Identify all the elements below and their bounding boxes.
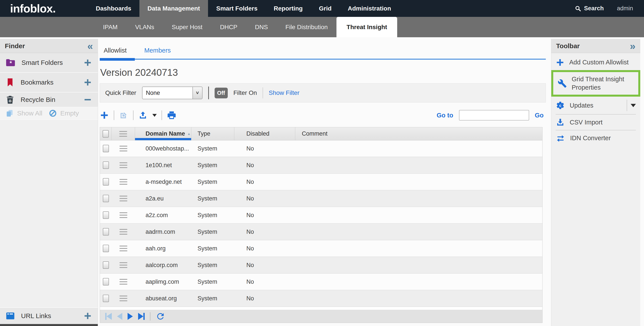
print-button[interactable] <box>167 110 176 120</box>
toolbar-item-updates[interactable]: c Updates <box>551 97 640 114</box>
table-row[interactable]: aah.orgSystemNo <box>100 240 542 257</box>
row-checkbox[interactable] <box>103 195 109 202</box>
table-row[interactable]: a2a.euSystemNo <box>100 190 542 207</box>
domain-name-cell[interactable]: a2z.com <box>135 207 191 223</box>
row-menu-icon[interactable] <box>120 279 127 285</box>
subnav-file-distribution[interactable]: File Distribution <box>277 17 336 37</box>
subnav-vlans[interactable]: VLANs <box>126 17 163 37</box>
empty-recycle-bin-button[interactable]: Empty <box>60 110 79 117</box>
table-row[interactable]: 000webhostap...SystemNo <box>100 140 542 157</box>
filter-toggle-off-badge[interactable]: Off <box>214 88 228 98</box>
row-menu-icon[interactable] <box>120 179 127 185</box>
expand-panel-icon[interactable]: » <box>630 41 636 51</box>
toolbar-item-grid-threat-insight-properties[interactable]: Grid Threat Insight Properties <box>551 70 640 97</box>
upload-dropdown-caret[interactable] <box>152 114 157 117</box>
table-row[interactable]: aalcorp.comSystemNo <box>100 257 542 274</box>
last-page-button[interactable] <box>138 313 145 320</box>
subnav-super-host[interactable]: Super Host <box>163 17 211 37</box>
subnav-ipam[interactable]: IPAM <box>94 17 126 37</box>
column-header-disabled[interactable]: Disabled <box>234 127 295 140</box>
show-filter-link[interactable]: Show Filter <box>269 89 300 96</box>
row-menu-icon[interactable] <box>120 212 127 218</box>
toolbar-item-idn-converter[interactable]: IDN Converter <box>551 130 640 146</box>
tab-members[interactable]: Members <box>140 44 175 57</box>
finder-item-smart-folders[interactable]: * Smart Folders <box>0 53 98 73</box>
add-url-link-button[interactable] <box>83 311 92 321</box>
row-checkbox[interactable] <box>103 178 109 186</box>
row-menu-icon[interactable] <box>120 146 127 151</box>
global-search[interactable]: Search <box>575 5 604 12</box>
domain-name-cell[interactable]: aah.org <box>135 240 191 257</box>
row-menu-icon[interactable] <box>120 196 127 201</box>
collapse-recycle-bin-button[interactable] <box>83 95 92 104</box>
user-menu[interactable]: admin <box>617 5 633 12</box>
row-checkbox[interactable] <box>103 211 109 219</box>
row-checkbox[interactable] <box>103 295 109 302</box>
type-cell: System <box>191 224 234 240</box>
menu-icon[interactable] <box>119 131 127 137</box>
toolbar-item-csv-import[interactable]: CSV Import <box>551 115 640 130</box>
finder-item-recycle-bin[interactable]: ♻ Recycle Bin <box>0 92 98 107</box>
domain-name-cell[interactable]: 000webhostap... <box>135 140 191 157</box>
domain-name-cell[interactable]: a-msedge.net <box>135 174 191 190</box>
nav-dashboards[interactable]: Dashboards <box>88 0 140 17</box>
updates-dropdown-caret[interactable] <box>631 104 636 107</box>
show-all-icon <box>5 109 14 118</box>
domain-name-cell[interactable]: 1e100.net <box>135 157 191 173</box>
table-row[interactable]: a2z.comSystemNo <box>100 207 542 224</box>
row-menu-icon[interactable] <box>120 262 127 268</box>
domain-name-cell[interactable]: aaplimg.com <box>135 274 191 290</box>
row-checkbox[interactable] <box>103 161 109 169</box>
go-button[interactable]: Go <box>535 112 544 119</box>
quick-filter-select[interactable]: None ˅ <box>142 86 202 99</box>
finder-item-bookmarks[interactable]: Bookmarks <box>0 73 98 92</box>
row-menu-icon[interactable] <box>120 296 127 301</box>
table-row[interactable]: aadrm.comSystemNo <box>100 224 542 240</box>
finder-item-url-links[interactable]: URL Links <box>0 307 98 324</box>
subnav-threat-insight[interactable]: Threat Insight <box>336 17 397 37</box>
nav-reporting[interactable]: Reporting <box>266 0 311 17</box>
table-row[interactable]: 1e100.netSystemNo <box>100 157 542 174</box>
row-menu-icon[interactable] <box>120 246 127 251</box>
row-menu-icon[interactable] <box>120 162 127 168</box>
table-row[interactable]: aaplimg.comSystemNo <box>100 274 542 290</box>
nav-grid[interactable]: Grid <box>311 0 340 17</box>
add-button[interactable] <box>100 111 109 120</box>
previous-page-button[interactable] <box>117 313 122 320</box>
table-row[interactable]: a-msedge.netSystemNo <box>100 174 542 190</box>
toolbar-item-add-custom-allowlist[interactable]: Add Custom Allowlist <box>551 55 640 70</box>
row-checkbox[interactable] <box>103 228 109 236</box>
domain-name-cell[interactable]: aalcorp.com <box>135 257 191 273</box>
nav-smart-folders[interactable]: Smart Folders <box>208 0 266 17</box>
show-all-button[interactable]: Show All <box>17 110 42 117</box>
row-checkbox[interactable] <box>103 261 109 269</box>
row-checkbox[interactable] <box>103 245 109 252</box>
domain-name-cell[interactable]: abuseat.org <box>135 290 191 307</box>
next-page-button[interactable] <box>128 313 133 320</box>
column-header-comment[interactable]: Comment <box>295 127 542 140</box>
first-page-button[interactable] <box>105 313 112 320</box>
domain-name-cell[interactable]: aadrm.com <box>135 224 191 240</box>
goto-input[interactable] <box>459 110 529 120</box>
nav-administration[interactable]: Administration <box>340 0 400 17</box>
refresh-button[interactable] <box>156 312 165 321</box>
column-header-type[interactable]: Type <box>191 127 234 140</box>
row-menu-icon[interactable] <box>120 229 127 235</box>
collapse-panel-icon[interactable]: « <box>87 41 93 51</box>
tab-allowlist[interactable]: Allowlist <box>100 44 131 57</box>
nav-data-management[interactable]: Data Management <box>140 0 208 17</box>
upload-button[interactable] <box>138 111 148 120</box>
row-checkbox[interactable] <box>103 278 109 286</box>
goto-label[interactable]: Go to <box>437 112 453 119</box>
finder-bottom-scrollbar[interactable] <box>0 324 98 326</box>
add-bookmark-button[interactable] <box>83 77 92 87</box>
subnav-dhcp[interactable]: DHCP <box>211 17 246 37</box>
select-all-checkbox[interactable] <box>102 130 109 138</box>
domain-name-cell[interactable]: a2a.eu <box>135 190 191 207</box>
edit-button-disabled[interactable] <box>119 111 128 120</box>
row-checkbox[interactable] <box>103 145 109 152</box>
add-smart-folder-button[interactable] <box>83 58 92 67</box>
table-row[interactable]: abuseat.orgSystemNo <box>100 290 542 307</box>
column-header-domain-name[interactable]: Domain Name ▲ <box>135 127 191 140</box>
subnav-dns[interactable]: DNS <box>246 17 277 37</box>
